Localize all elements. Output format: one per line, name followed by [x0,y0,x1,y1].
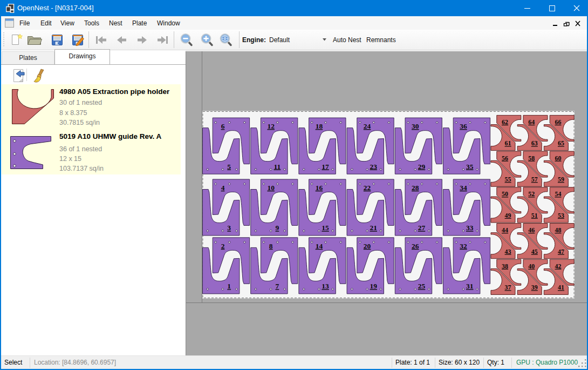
svg-text:21: 21 [370,224,378,232]
svg-text:62: 62 [502,118,508,126]
svg-text:33: 33 [466,224,474,232]
svg-text:34: 34 [460,184,467,192]
svg-text:16: 16 [316,184,323,192]
svg-text:32: 32 [460,242,467,250]
svg-text:13: 13 [322,282,329,290]
svg-text:4: 4 [221,184,225,192]
svg-text:43: 43 [505,248,511,255]
svg-text:65: 65 [558,139,564,147]
svg-text:12: 12 [267,122,275,130]
svg-text:5: 5 [227,163,231,171]
svg-text:8: 8 [269,242,273,250]
svg-text:38: 38 [502,263,508,270]
svg-text:51: 51 [531,212,538,219]
svg-text:42: 42 [555,263,562,270]
svg-text:27: 27 [418,224,426,232]
svg-text:10: 10 [267,184,275,192]
svg-text:44: 44 [502,226,508,234]
svg-text:66: 66 [555,118,562,126]
svg-text:1: 1 [227,282,231,290]
svg-text:57: 57 [531,176,538,183]
svg-text:7: 7 [276,282,279,290]
svg-text:15: 15 [322,224,329,232]
svg-text:39: 39 [531,284,538,291]
svg-text:25: 25 [418,282,426,290]
svg-text:52: 52 [528,190,535,198]
svg-text:28: 28 [412,184,419,192]
svg-text:60: 60 [555,154,562,162]
svg-text:26: 26 [412,242,419,250]
svg-text:46: 46 [528,226,535,234]
svg-text:53: 53 [558,212,564,219]
svg-text:56: 56 [502,154,508,162]
svg-text:54: 54 [555,190,562,198]
svg-text:31: 31 [466,282,474,290]
svg-text:24: 24 [364,122,371,130]
svg-text:2: 2 [221,242,225,250]
svg-text:30: 30 [412,122,419,130]
svg-text:23: 23 [370,163,378,171]
svg-text:9: 9 [276,224,279,232]
svg-text:19: 19 [370,282,378,290]
svg-text:47: 47 [558,248,564,255]
svg-text:59: 59 [558,176,564,183]
svg-text:61: 61 [505,139,511,147]
svg-text:41: 41 [558,284,564,291]
svg-text:29: 29 [418,163,426,171]
svg-text:17: 17 [322,163,329,171]
svg-text:37: 37 [505,284,511,291]
svg-text:48: 48 [555,226,562,234]
svg-text:18: 18 [316,122,323,130]
svg-text:64: 64 [528,118,535,126]
svg-text:50: 50 [502,190,508,198]
svg-text:63: 63 [531,139,538,147]
svg-text:3: 3 [227,224,231,232]
svg-text:14: 14 [316,242,323,250]
svg-text:49: 49 [505,212,511,219]
svg-text:6: 6 [221,122,225,130]
svg-text:35: 35 [466,163,474,171]
svg-text:11: 11 [274,163,281,171]
svg-text:20: 20 [364,242,371,250]
svg-text:22: 22 [364,184,371,192]
svg-text:55: 55 [505,176,511,183]
svg-text:58: 58 [528,154,535,162]
svg-text:45: 45 [531,248,538,255]
svg-text:36: 36 [460,122,467,130]
svg-text:40: 40 [528,263,535,270]
